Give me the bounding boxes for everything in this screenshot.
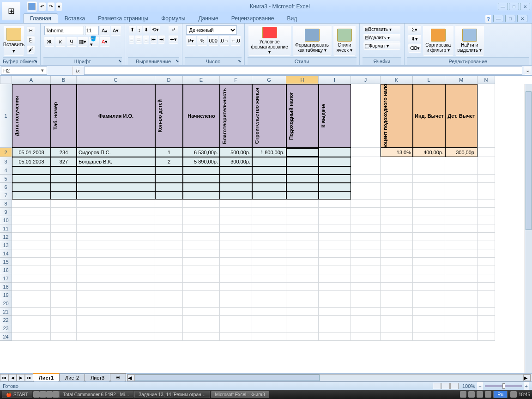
cell-L9[interactable] — [413, 208, 445, 216]
font-color-icon[interactable]: A▾ — [100, 36, 110, 47]
cell-B13[interactable] — [51, 241, 77, 249]
cell-I10[interactable] — [319, 216, 351, 224]
cell-C22[interactable] — [77, 316, 155, 324]
vscroll-thumb[interactable] — [526, 91, 532, 230]
cell-F5[interactable] — [220, 175, 252, 183]
cell-B6[interactable] — [51, 183, 77, 191]
cell-E18[interactable] — [183, 283, 220, 291]
cell-L24[interactable] — [413, 332, 445, 341]
clipboard-dialog-launcher[interactable]: ⬊ — [34, 59, 39, 64]
clock[interactable]: 18:45 — [519, 392, 530, 397]
comma-icon[interactable]: 000 — [208, 36, 218, 46]
clear-icon[interactable]: ⌫▾ — [408, 44, 421, 53]
cell-N22[interactable] — [478, 316, 495, 324]
cell-B10[interactable] — [51, 216, 77, 224]
row-header-7[interactable]: 7 — [0, 191, 12, 200]
cell-A11[interactable] — [12, 224, 51, 233]
cell-E1[interactable]: Начислено — [183, 84, 220, 148]
cell-L15[interactable] — [413, 258, 445, 266]
cell-N2[interactable] — [478, 148, 495, 157]
cell-F9[interactable] — [220, 208, 252, 216]
cell-F14[interactable] — [220, 249, 252, 258]
quick-launch-icon[interactable] — [33, 391, 40, 398]
cell-N18[interactable] — [478, 283, 495, 291]
row-header-19[interactable]: 19 — [0, 291, 12, 299]
cell-L4[interactable] — [413, 166, 445, 175]
cell-D4[interactable] — [155, 166, 183, 175]
tab-home[interactable]: Главная — [23, 13, 58, 23]
zoom-out-button[interactable]: − — [477, 382, 483, 390]
cell-A20[interactable] — [12, 299, 51, 308]
cell-N7[interactable] — [478, 191, 495, 200]
expand-formula-bar-icon[interactable]: ⌄ — [524, 66, 531, 75]
cell-B19[interactable] — [51, 291, 77, 299]
currency-icon[interactable]: ₽▾ — [186, 36, 196, 46]
cell-D2[interactable]: 1 — [155, 148, 183, 157]
cell-I19[interactable] — [319, 291, 351, 299]
cell-J22[interactable] — [351, 316, 381, 324]
doc-restore-button[interactable]: □ — [505, 15, 515, 22]
cell-E3[interactable]: 5 890,00р. — [183, 157, 220, 166]
cell-I24[interactable] — [319, 332, 351, 341]
cell-F20[interactable] — [220, 299, 252, 308]
cell-C21[interactable] — [77, 308, 155, 316]
shrink-font-icon[interactable]: A▾ — [111, 25, 121, 36]
indent-increase-icon[interactable]: ⇥ — [158, 35, 165, 44]
cell-M19[interactable] — [445, 291, 478, 299]
tray-icon[interactable] — [485, 391, 491, 398]
sheet-tab-1[interactable]: Лист1 — [33, 373, 60, 382]
cell-E13[interactable] — [183, 241, 220, 249]
cell-B11[interactable] — [51, 224, 77, 233]
cell-F21[interactable] — [220, 308, 252, 316]
cell-K12[interactable] — [381, 233, 413, 241]
cell-I15[interactable] — [319, 258, 351, 266]
paste-button[interactable]: Вставить ▾ — [4, 25, 24, 56]
cell-D5[interactable] — [155, 175, 183, 183]
cell-I12[interactable] — [319, 233, 351, 241]
quick-launch-icon[interactable] — [46, 391, 53, 398]
cell-F24[interactable] — [220, 332, 252, 341]
page-layout-view-button[interactable] — [441, 383, 450, 389]
taskbar-item[interactable]: Задание 13, 14 [Режим огран… — [134, 391, 210, 398]
cell-C13[interactable] — [77, 241, 155, 249]
cell-L7[interactable] — [413, 191, 445, 200]
cell-D11[interactable] — [155, 224, 183, 233]
cell-H12[interactable] — [286, 233, 319, 241]
cell-M4[interactable] — [445, 166, 478, 175]
autosum-icon[interactable]: Σ▾ — [408, 25, 421, 34]
cell-L8[interactable] — [413, 200, 445, 208]
row-header-11[interactable]: 11 — [0, 224, 12, 233]
cell-F6[interactable] — [220, 183, 252, 191]
cell-G4[interactable] — [252, 166, 286, 175]
cell-H8[interactable] — [286, 200, 319, 208]
cell-C19[interactable] — [77, 291, 155, 299]
cell-G16[interactable] — [252, 266, 286, 274]
undo-icon[interactable]: ↶ — [39, 2, 46, 11]
cell-C3[interactable]: Бондарев В.К. — [77, 157, 155, 166]
cell-J6[interactable] — [351, 183, 381, 191]
cell-H4[interactable] — [286, 166, 319, 175]
cell-G10[interactable] — [252, 216, 286, 224]
tray-icon[interactable] — [460, 391, 466, 398]
tray-icon[interactable] — [477, 391, 483, 398]
cell-B20[interactable] — [51, 299, 77, 308]
cell-B22[interactable] — [51, 316, 77, 324]
cell-G22[interactable] — [252, 316, 286, 324]
cell-G2[interactable]: 1 800,00р. — [252, 148, 286, 157]
cell-C14[interactable] — [77, 249, 155, 258]
cell-N19[interactable] — [478, 291, 495, 299]
row-header-8[interactable]: 8 — [0, 200, 12, 208]
row-header-9[interactable]: 9 — [0, 208, 12, 216]
cell-F11[interactable] — [220, 224, 252, 233]
cell-J3[interactable] — [351, 157, 381, 166]
row-header-14[interactable]: 14 — [0, 249, 12, 258]
cell-A9[interactable] — [12, 208, 51, 216]
cell-B4[interactable] — [51, 166, 77, 175]
column-header-N[interactable]: N — [478, 76, 495, 84]
cell-N17[interactable] — [478, 274, 495, 283]
cell-F1[interactable]: Благотворительность — [220, 84, 252, 148]
sheet-tab-3[interactable]: Лист3 — [85, 374, 110, 382]
cell-F4[interactable] — [220, 166, 252, 175]
taskbar-item[interactable]: Total Commander 6.54Я2 - Mi… — [59, 391, 133, 398]
select-all-corner[interactable] — [0, 76, 12, 84]
